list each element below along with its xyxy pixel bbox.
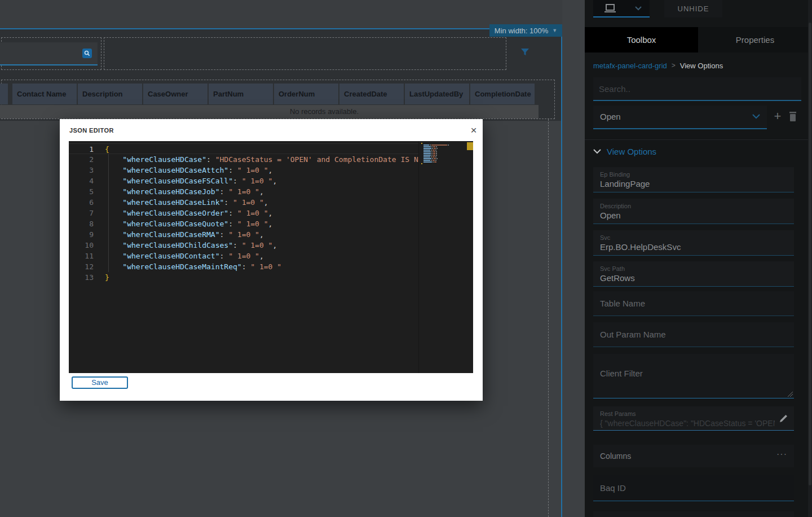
json-editor-modal: JSON EDITOR × 1{2 "whereClauseHDCase": "… — [60, 119, 483, 401]
field-placeholder: Out Param Name — [600, 330, 666, 339]
grid-column-header[interactable]: LastUpdatedBy — [405, 84, 469, 104]
grid-column-header[interactable]: PartNum — [209, 84, 273, 104]
no-records-text: No records available. — [290, 107, 359, 116]
view-selector-value: Open — [600, 112, 621, 121]
indent-guide — [108, 154, 109, 272]
modal-title: JSON EDITOR — [69, 127, 114, 134]
code-editor[interactable]: 1{2 "whereClauseHDCase": "HDCaseStatus =… — [69, 141, 473, 373]
search-icon[interactable] — [82, 49, 92, 58]
grid-empty-row: No records available. — [0, 105, 539, 119]
breadcrumb: metafx-panel-card-grid > View Options — [593, 60, 723, 71]
field-value: Erp.BO.HelpDeskSvc — [600, 242, 787, 253]
baq-id-field[interactable]: Baq ID — [593, 475, 794, 501]
field-label: Columns — [600, 452, 631, 461]
editor-minimap[interactable] — [418, 141, 466, 373]
chevron-down-icon — [752, 114, 760, 119]
laptop-icon — [603, 4, 617, 14]
canvas-sidebar-gutter — [562, 0, 585, 517]
pencil-icon[interactable] — [779, 414, 788, 423]
filter-icon[interactable] — [520, 47, 531, 58]
scrollbar-thumb[interactable] — [809, 23, 811, 485]
sidebar-scrollbar[interactable] — [808, 0, 812, 517]
field-placeholder: Table Name — [600, 299, 645, 308]
table-name-field[interactable]: Table Name — [593, 291, 794, 316]
grid-column-header[interactable]: CompletionDate — [470, 84, 535, 104]
sidebar-divider — [585, 139, 812, 140]
field-label: Svc Path — [600, 265, 787, 273]
tall-component-outline-edge — [548, 119, 549, 517]
tab-toolbox[interactable]: Toolbox — [585, 27, 698, 52]
unhide-button[interactable]: UNHIDE — [664, 0, 722, 17]
grid-header-row: Contact Name Description CaseOwner PartN… — [0, 84, 536, 104]
panel-component-outline[interactable] — [104, 37, 506, 70]
scrollbar-marker[interactable] — [467, 142, 473, 150]
section-title: View Options — [607, 147, 656, 156]
svc-path-field[interactable]: Svc Path GetRows — [593, 261, 794, 287]
grid-column-header[interactable]: CaseOwner — [143, 84, 208, 104]
close-icon[interactable]: × — [467, 124, 480, 137]
editor-scrollbar[interactable] — [466, 141, 473, 373]
columns-row[interactable]: Columns ··· — [593, 445, 794, 467]
trash-icon[interactable] — [788, 111, 798, 122]
canvas-selection-top-line — [0, 28, 494, 29]
field-placeholder: Baq ID — [600, 483, 626, 493]
min-width-dropdown[interactable]: Min width: 100% ▼ — [489, 24, 562, 37]
field-placeholder: Client Filter — [600, 369, 643, 378]
code-lines[interactable]: 1{2 "whereClauseHDCase": "HDCaseStatus =… — [69, 143, 418, 283]
client-filter-textarea[interactable]: Client Filter — [593, 354, 794, 398]
view-options-section-header[interactable]: View Options — [593, 146, 656, 157]
caret-down-icon: ▼ — [552, 28, 557, 33]
app-root: Min width: 100% ▼ Contact Name Descripti… — [0, 0, 812, 517]
field-value: LandingPage — [600, 178, 787, 190]
resize-handle[interactable] — [788, 392, 793, 397]
grid-search-box — [0, 42, 98, 65]
field-label: Description — [600, 202, 787, 210]
ellipsis-icon[interactable]: ··· — [776, 449, 787, 459]
grid-search-input[interactable] — [3, 45, 78, 62]
properties-sidebar: UNHIDE Toolbox Properties metafx-panel-c… — [585, 0, 812, 517]
breadcrumb-separator: > — [672, 62, 676, 69]
properties-search-box — [593, 77, 801, 101]
description-field[interactable]: Description Open — [593, 199, 794, 224]
field-value: { "whereClauseHDCase": "HDCaseStatus = '… — [600, 418, 775, 429]
properties-search-input[interactable] — [599, 81, 793, 97]
rest-params-field[interactable]: Rest Params { "whereClauseHDCase": "HDCa… — [593, 406, 794, 431]
chevron-down-icon — [593, 149, 601, 154]
grid-header-stub — [0, 84, 8, 104]
partial-field — [593, 511, 794, 517]
field-label: Ep Binding — [600, 170, 787, 178]
tab-properties[interactable]: Properties — [698, 27, 812, 52]
device-preview-dropdown[interactable] — [593, 0, 650, 17]
add-view-button[interactable]: + — [771, 109, 784, 124]
grid-column-header[interactable]: Description — [78, 84, 142, 104]
field-value: Open — [600, 210, 787, 221]
out-param-name-field[interactable]: Out Param Name — [593, 322, 794, 347]
grid-column-header[interactable]: Contact Name — [12, 84, 77, 104]
ep-binding-field[interactable]: Ep Binding LandingPage — [593, 167, 794, 192]
field-label: Svc — [600, 234, 787, 242]
min-width-label: Min width: 100% — [495, 27, 548, 35]
chevron-down-icon — [635, 6, 642, 11]
grid-column-header[interactable]: CreatedDate — [339, 84, 404, 104]
field-label: Rest Params — [600, 410, 787, 418]
save-button[interactable]: Save — [72, 376, 128, 389]
view-selector[interactable]: Open — [593, 106, 767, 129]
svc-field[interactable]: Svc Erp.BO.HelpDeskSvc — [593, 230, 794, 256]
breadcrumb-parent-link[interactable]: metafx-panel-card-grid — [593, 62, 667, 70]
canvas-top-strip — [0, 0, 562, 29]
field-value: GetRows — [600, 273, 787, 284]
breadcrumb-current: View Options — [680, 62, 723, 70]
grid-column-header[interactable]: OrderNum — [274, 84, 338, 104]
